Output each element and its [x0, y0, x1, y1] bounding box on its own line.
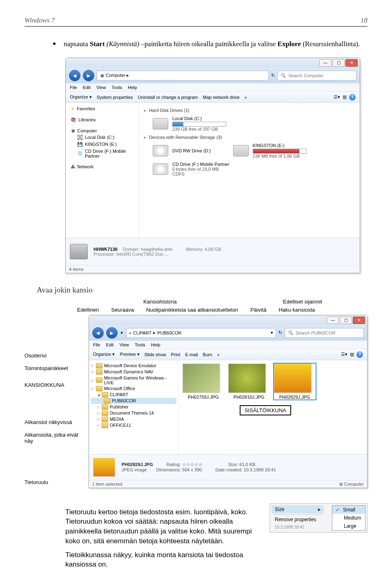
computer-node[interactable]: 🖥Computer	[67, 127, 137, 134]
titlebar: — ▢ ✕	[89, 315, 367, 325]
remove-properties-item[interactable]: Remove properties	[272, 515, 324, 524]
close-button[interactable]: ✕	[353, 317, 365, 324]
tree-item[interactable]: ▷MEDIA	[91, 416, 176, 422]
hdd-group[interactable]: ▲Hard Disk Drives (1)	[143, 106, 356, 114]
removable-group[interactable]: ▲Devices with Removable Storage (3)	[143, 133, 356, 141]
refresh-icon[interactable]: ↻	[278, 330, 282, 335]
toolbar: Organize ▾ System properties Uninstall o…	[66, 92, 360, 103]
kingston-node[interactable]: 💾KINGSTON (E:)	[67, 141, 137, 148]
breadcrumb[interactable]: « CLIPART ▸ PUB60COR ▾	[126, 328, 276, 338]
view-icon[interactable]: ☰▾	[341, 352, 347, 357]
small-option[interactable]: ✓Small	[332, 506, 365, 514]
menu-bar: File Edit View Tools Help	[66, 83, 360, 92]
tree-item[interactable]: ▷Publisher	[91, 404, 176, 410]
menu-view[interactable]: View	[96, 85, 106, 90]
map-drive-button[interactable]: Map network drive	[203, 95, 240, 100]
folder-icon	[96, 377, 102, 383]
local-disk-node[interactable]: 💽Local Disk (C:)	[67, 134, 137, 141]
tree-item[interactable]: ▷Document Themes 14	[91, 410, 176, 416]
menu-edit[interactable]: Edit	[106, 342, 114, 347]
preview-pane-icon[interactable]: ▥	[343, 94, 347, 100]
context-menu-screenshot: Size▸ Remove properties 10.3.1998 20:41 …	[270, 503, 368, 569]
callout-top-row: Kansiohistoria Edelliset sijainnit	[24, 299, 368, 305]
folder-icon	[104, 398, 110, 404]
tree-item[interactable]: ▷Microsoft Device Emulator	[91, 363, 176, 369]
menu-tools[interactable]: Tools	[135, 342, 145, 347]
computer-icon: 🖥	[100, 73, 104, 78]
hdd-icon	[153, 118, 168, 129]
help-icon[interactable]: ?	[356, 351, 363, 358]
cd-icon	[153, 163, 168, 175]
organize-button[interactable]: Organize ▾	[70, 94, 92, 100]
tree-item[interactable]: ◢CLIPART	[91, 392, 176, 398]
large-option[interactable]: Large	[332, 522, 365, 530]
menu-help[interactable]: Help	[151, 342, 160, 347]
status-bar: 4 items	[66, 265, 360, 273]
kingston-drive[interactable]: KINGSTON (E:) 238 MB free of 1,86 GB	[223, 141, 307, 160]
organize-button[interactable]: Organize ▾	[93, 352, 115, 357]
callout-bottom-row: Edellinen Seuraava Nuolipainikkeista saa…	[24, 307, 368, 313]
thumbnail-item[interactable]: PH02829J.JPG	[274, 364, 316, 399]
menu-tools[interactable]: Tools	[111, 85, 122, 90]
email-button[interactable]: E-mail	[185, 352, 198, 357]
folder-icon	[96, 386, 102, 391]
minimize-button[interactable]: —	[319, 59, 332, 67]
burn-button[interactable]: Burn	[203, 352, 212, 357]
preview-button[interactable]: Preview ▾	[120, 352, 139, 357]
size-menu-item[interactable]: Size▸	[272, 505, 324, 513]
menu-file[interactable]: File	[70, 85, 77, 90]
close-button[interactable]: ✕	[345, 59, 358, 67]
menu-edit[interactable]: Edit	[83, 85, 91, 90]
tree-item[interactable]: ▷OFFICE11	[91, 422, 176, 428]
medium-option[interactable]: Medium	[332, 514, 365, 522]
drive-icon: 💽	[77, 135, 83, 140]
menu-view[interactable]: View	[119, 342, 129, 347]
forward-button[interactable]: ►	[106, 327, 118, 339]
back-button[interactable]: ◄	[92, 327, 104, 339]
tree-item[interactable]: ▷Microsoft Games for Windows - LIVE	[91, 375, 176, 386]
maximize-button[interactable]: ▢	[340, 317, 352, 324]
preview-pane-icon[interactable]: ▥	[350, 352, 354, 357]
search-input[interactable]: 🔍	[277, 71, 356, 80]
network-node[interactable]: 🖧Network	[67, 163, 137, 170]
explorer-computer-window: — ▢ ✕ ◄ ► 🖥 Computer ▸ ↻ 🔍 File Edit Vie…	[65, 58, 360, 273]
menu-help[interactable]: Help	[128, 85, 137, 90]
tree-pane: ▷Microsoft Device Emulator ▷Microsoft Dy…	[89, 360, 178, 454]
local-disk-drive[interactable]: Local Disk (C:) 239 GB free of 297 GB	[143, 114, 356, 133]
favorites-node[interactable]: ★Favorites	[67, 105, 137, 112]
back-button[interactable]: ◄	[69, 70, 80, 81]
search-icon: 🔍	[287, 330, 293, 335]
refresh-icon[interactable]: ↻	[271, 73, 275, 78]
forward-button[interactable]: ►	[83, 70, 94, 81]
breadcrumb[interactable]: 🖥 Computer ▸	[97, 71, 269, 80]
system-properties-button[interactable]: System properties	[97, 95, 133, 100]
libraries-node[interactable]: 📚Libraries	[67, 116, 137, 123]
menu-file[interactable]: File	[93, 342, 100, 347]
tree-item[interactable]: ▷Microsoft Office	[91, 386, 176, 392]
dvd-drive[interactable]: DVD RW Drive (D:)	[143, 141, 211, 160]
thumbnail-item[interactable]: PH02759J.JPG	[183, 364, 224, 399]
cd-drive-node[interactable]: 💿CD Drive (F:) Mobile Partner	[67, 148, 137, 159]
help-icon[interactable]: ?	[349, 94, 356, 100]
view-icon[interactable]: ☰▾	[334, 94, 340, 100]
thumbnail-item[interactable]: PH02810J.JPG	[228, 364, 270, 399]
computer-large-icon	[70, 244, 88, 259]
thumbnail-peppers	[274, 364, 312, 393]
toolbar-more[interactable]: »	[217, 352, 220, 357]
toolbar: Organize ▾ Preview ▾ Slide show Print E-…	[89, 349, 367, 360]
folder-icon	[102, 411, 108, 416]
folder-icon	[96, 363, 102, 368]
search-input[interactable]: 🔍	[285, 328, 364, 338]
slideshow-button[interactable]: Slide show	[145, 352, 166, 357]
tree-item-selected[interactable]: PUB60COR	[91, 398, 176, 404]
maximize-button[interactable]: ▢	[332, 59, 345, 67]
network-icon: 🖧	[71, 164, 75, 169]
cd-icon: 💿	[77, 151, 83, 156]
tree-item[interactable]: ▷Microsoft Dynamics NAV	[91, 369, 176, 375]
print-button[interactable]: Print	[171, 352, 180, 357]
usb-drive-icon	[233, 145, 249, 156]
cd-drive-f[interactable]: CD Drive (F:) Mobile Partner 0 bytes fre…	[143, 160, 356, 178]
toolbar-more[interactable]: »	[245, 95, 247, 100]
uninstall-button[interactable]: Uninstall or change a program	[138, 95, 198, 100]
minimize-button[interactable]: —	[327, 317, 339, 324]
